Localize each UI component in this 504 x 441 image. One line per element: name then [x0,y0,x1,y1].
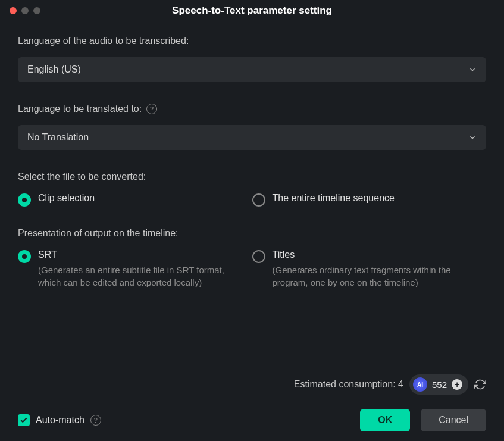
radio-titles-label: Titles [273,249,487,260]
automatch-checkbox[interactable] [18,414,30,426]
file-select-radio-group: Clip selection The entire timeline seque… [18,193,486,207]
ai-badge-icon: AI [413,377,427,392]
radio-entire-timeline[interactable]: The entire timeline sequence [252,193,487,207]
radio-indicator [18,250,31,263]
minimize-window-button[interactable] [21,7,29,14]
radio-srt-desc: (Generates an entire subtitle file in SR… [38,264,252,289]
target-language-label-text: Language to be translated to: [18,104,142,114]
chevron-down-icon [468,133,477,142]
radio-indicator [18,193,31,207]
source-language-label: Language of the audio to be transcribed: [18,36,486,46]
automatch-option[interactable]: Auto-match ? [18,414,101,426]
footer: Estimated consumption: 4 AI 552 + Auto-m… [0,374,504,441]
radio-srt-label: SRT [38,249,252,260]
radio-clip-label: Clip selection [38,193,95,204]
radio-indicator [252,193,265,207]
traffic-lights [10,7,40,14]
close-window-button[interactable] [10,7,17,14]
target-language-label: Language to be translated to: ? [18,104,486,114]
window-title: Speech-to-Text parameter setting [172,5,332,17]
radio-titles[interactable]: Titles (Generates ordinary text fragment… [252,249,487,289]
refresh-icon[interactable] [474,379,486,390]
help-icon[interactable]: ? [90,415,101,426]
help-icon[interactable]: ? [146,104,157,114]
credits-pill: AI 552 + [409,374,468,395]
radio-titles-desc: (Generates ordinary text fragments withi… [273,264,487,289]
source-language-value: English (US) [27,64,81,75]
credits-value: 552 [432,380,447,390]
buttons: OK Cancel [360,409,486,431]
titlebar: Speech-to-Text parameter setting [0,0,504,18]
target-language-dropdown[interactable]: No Translation [18,125,486,150]
check-icon [20,416,28,424]
source-language-dropdown[interactable]: English (US) [18,57,486,82]
presentation-radio-group: SRT (Generates an entire subtitle file i… [18,249,486,289]
file-select-label: Select the file to be converted: [18,171,486,182]
add-credits-button[interactable]: + [452,379,462,390]
radio-clip-selection[interactable]: Clip selection [18,193,252,207]
automatch-label: Auto-match [36,415,84,426]
cancel-button[interactable]: Cancel [421,409,486,431]
content: Language of the audio to be transcribed:… [0,18,504,289]
consumption-label: Estimated consumption: 4 [294,379,403,390]
maximize-window-button[interactable] [33,7,40,14]
chevron-down-icon [468,65,477,74]
radio-indicator [252,250,265,263]
consumption-value: 4 [398,379,403,389]
radio-srt[interactable]: SRT (Generates an entire subtitle file i… [18,249,252,289]
action-row: Auto-match ? OK Cancel [18,409,486,431]
consumption-row: Estimated consumption: 4 AI 552 + [18,374,486,395]
target-language-value: No Translation [27,132,89,143]
radio-timeline-label: The entire timeline sequence [273,193,395,204]
presentation-label: Presentation of output on the timeline: [18,228,486,239]
ok-button[interactable]: OK [360,409,410,431]
